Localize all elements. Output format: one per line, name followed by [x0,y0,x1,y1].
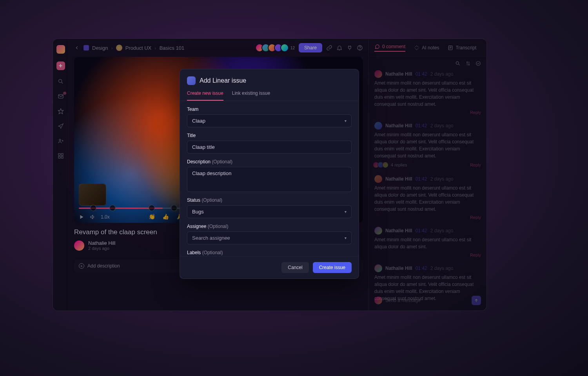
play-icon[interactable] [79,214,84,220]
check-circle-icon[interactable] [475,61,481,66]
avatar [382,162,388,168]
comment-body: Amet minim mollit non deserunt ullamco e… [374,236,481,250]
modal-title: Add Linear issue [200,77,246,84]
field-label: Assignee (Optional) [187,224,352,229]
reply-button[interactable]: Reply [470,253,481,257]
comment-author: Nathalie Hill [385,228,412,233]
svg-point-3 [59,139,61,141]
avatar-stack[interactable]: 12 [258,43,295,52]
send-button[interactable] [472,296,481,305]
sort-icon[interactable] [465,61,471,66]
back-arrow[interactable] [74,45,80,51]
modal-footer: Cancel Create issue [180,256,359,278]
breadcrumb: Design › Product UX › Basics 101 [83,45,184,51]
comment-timestamp[interactable]: 01:42 [416,123,427,128]
reaction-thumbs-up[interactable]: 👍 [162,213,169,220]
inbox-icon[interactable] [57,93,64,100]
field-team: Team Claap ▾ [187,107,352,127]
add-button[interactable]: + [56,61,65,70]
tab-create-new-issue[interactable]: Create new issue [187,90,223,101]
cancel-button[interactable]: Cancel [281,262,309,273]
search-icon[interactable] [455,61,461,66]
assignee-select[interactable]: Search assignee ▾ [187,231,352,244]
right-panel: 0 comment AI notes Transcript [369,39,486,311]
comment-avatar[interactable] [374,227,382,235]
svg-rect-7 [61,156,63,158]
help-icon[interactable] [357,45,363,51]
tab-label: 0 comment [382,44,405,49]
comment-timestamp[interactable]: 01:42 [416,71,427,77]
comment-item: Nathalie Hill 01:42 2 days ago Amet mini… [374,70,481,115]
svg-rect-4 [58,154,60,155]
comment-ago: 2 days ago [430,71,454,77]
share-button[interactable]: Share [299,43,322,52]
author-avatar[interactable] [74,240,84,251]
tab-ai-notes[interactable]: AI notes [414,45,439,51]
playback-speed[interactable]: 1.0x [101,214,110,220]
activity-icon[interactable] [57,108,64,115]
status-select[interactable]: Bugs ▾ [187,205,352,218]
tab-label: Transcript [456,45,476,51]
tab-transcript[interactable]: Transcript [448,45,476,51]
field-label: Labels (Optional) [187,250,352,255]
comment-timestamp[interactable]: 01:42 [416,176,427,182]
select-value: Claap [192,118,205,124]
field-label: Title [187,133,352,138]
tab-comments[interactable]: 0 comment [374,44,405,52]
volume-icon[interactable] [90,214,95,220]
comment-avatar[interactable] [374,70,382,78]
replies-indicator[interactable]: 4 replies [374,162,407,168]
sparkle-icon [414,45,419,51]
add-description-label: Add description [87,263,120,269]
comment-item: Nathalie Hill 01:42 2 days ago Amet mini… [374,175,481,220]
timeline-marker[interactable] [90,205,96,211]
comment-author: Nathalie Hill [385,123,412,128]
comment-avatar[interactable] [374,175,382,183]
select-placeholder: Search assignee [192,235,230,241]
comment-avatar[interactable] [374,122,382,130]
apps-icon[interactable] [57,152,64,159]
reply-button[interactable]: Reply [470,163,481,167]
author-name: Nathalie Hill [88,240,115,246]
crumb-2[interactable]: Product UX [125,45,151,51]
send-icon[interactable] [57,123,64,130]
comment-timestamp[interactable]: 01:42 [416,266,427,271]
comment-item: Nathalie Hill 01:42 2 days ago Amet mini… [374,122,481,168]
plug-icon[interactable] [347,45,353,51]
svg-point-16 [476,61,481,66]
avatar-count: 12 [290,46,295,50]
comment-ago: 2 days ago [430,228,454,233]
comment-author: Nathalie Hill [385,266,412,271]
crumb-1[interactable]: Design [92,45,108,51]
linear-logo-icon [187,76,196,85]
modal-header: Add Linear issue [180,69,359,85]
reply-button[interactable]: Reply [470,110,481,115]
people-icon[interactable] [57,137,64,145]
avatar [374,296,382,304]
title-input[interactable]: Claap title [187,141,352,154]
comment-author: Nathalie Hill [385,176,412,182]
message-input[interactable]: Send a message [385,298,468,303]
crumb-3[interactable]: Basics 101 [160,45,185,51]
bell-icon[interactable] [336,45,343,51]
description-textarea[interactable]: Claap description [187,167,352,192]
comment-timestamp[interactable]: 01:42 [416,228,427,233]
field-assignee: Assignee (Optional) Search assignee ▾ [187,224,352,244]
comment-avatar[interactable] [374,264,382,272]
create-issue-button[interactable]: Create issue [313,262,352,273]
comment-ago: 2 days ago [430,176,454,182]
app-logo[interactable] [56,45,65,54]
svg-line-1 [62,82,63,83]
comment-icon [374,44,380,49]
textarea-value: Claap description [192,170,231,176]
top-bar: Design › Product UX › Basics 101 12 Shar… [69,39,368,57]
reply-button[interactable]: Reply [470,215,481,220]
field-status: Status (Optional) Bugs ▾ [187,197,352,218]
reaction-clap[interactable]: 👏 [149,213,155,220]
search-icon[interactable] [57,78,64,85]
link-icon[interactable] [326,45,332,51]
tab-label: AI notes [422,45,439,51]
chevron-right-icon: › [154,45,156,51]
team-select[interactable]: Claap ▾ [187,114,352,127]
tab-link-existing-issue[interactable]: Link existing issue [232,90,270,101]
